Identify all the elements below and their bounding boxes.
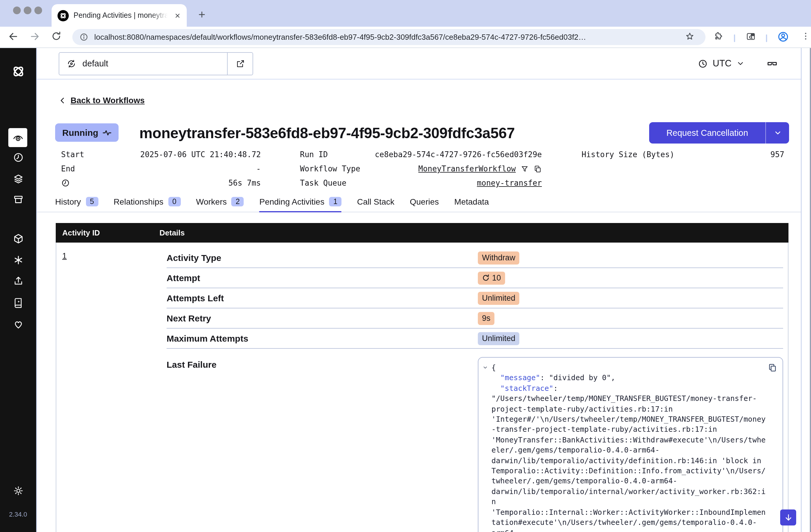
menu-dots-icon[interactable]	[801, 31, 810, 41]
namespace-sync-icon	[66, 58, 76, 69]
external-link-icon	[236, 59, 245, 68]
window-close-button[interactable]	[13, 6, 21, 14]
workflows-icon	[12, 132, 24, 143]
tab-search-icon[interactable]	[746, 31, 756, 42]
cancellation-menu-caret[interactable]	[766, 122, 789, 143]
tab[interactable]: Metadata	[455, 197, 489, 212]
browser-scrollbar-gutter[interactable]	[801, 48, 811, 532]
detail-row: Activity Type Withdraw	[167, 248, 783, 268]
new-tab-button[interactable]	[197, 10, 206, 19]
sidebar-item-schedules[interactable]	[13, 152, 24, 163]
value-badge: 10	[478, 271, 505, 284]
sidebar-item-docs[interactable]	[13, 297, 24, 308]
start-label: Start	[61, 150, 84, 159]
tab[interactable]: Relationships 0	[113, 197, 181, 212]
labs-mode-toggle[interactable]	[766, 57, 778, 70]
end-value: -	[256, 164, 261, 173]
tab-label: Relationships	[113, 197, 163, 207]
code-line: eler/.gem/gems/temporalio-0.4.0-arm64-	[491, 445, 776, 456]
detail-row: Attempt 10	[167, 268, 783, 288]
window-zoom-button[interactable]	[34, 6, 42, 14]
column-details: Details	[159, 228, 185, 237]
sun-icon	[13, 485, 24, 497]
collapse-caret-icon[interactable]	[482, 364, 489, 371]
filter-icon[interactable]	[521, 165, 529, 173]
detail-row: Maximum Attempts Unlimited	[167, 329, 783, 349]
tab-label: Call Stack	[357, 197, 394, 207]
namespaces-icon	[13, 233, 24, 244]
temporal-app: 2.34.0 default	[0, 48, 811, 532]
copy-icon[interactable]	[534, 165, 542, 173]
detail-row: Attempts Left Unlimited	[167, 288, 783, 308]
sidebar-item-namespaces[interactable]	[13, 233, 24, 244]
sidebar-item-import[interactable]	[13, 275, 24, 287]
activity-id-link[interactable]: 1	[62, 252, 67, 260]
tab[interactable]: Workers 2	[196, 197, 244, 212]
tab[interactable]: Pending Activities 1	[259, 197, 341, 212]
tab[interactable]: Call Stack	[357, 197, 394, 212]
task-queue-link[interactable]: money-transfer	[477, 179, 542, 187]
code-line: n	[491, 497, 776, 507]
workflow-detail: Back to Workflows Running moneytransfer-…	[37, 79, 801, 532]
tab[interactable]: History 5	[55, 197, 98, 212]
temporal-logo-icon[interactable]	[11, 64, 26, 79]
value-badge: Unlimited	[478, 291, 520, 305]
back-button[interactable]	[8, 31, 19, 42]
retry-icon	[482, 274, 490, 282]
scroll-to-bottom-button[interactable]	[780, 510, 796, 526]
detail-row: Next Retry 9s	[167, 308, 783, 329]
timezone-selector[interactable]: UTC	[698, 58, 745, 69]
tab-count-badge: 5	[86, 197, 98, 207]
run-id-value: ce8eba29-574c-4727-9726-fc56ed03f29e	[375, 150, 542, 159]
tab-close-icon[interactable]	[174, 12, 181, 19]
url-bar[interactable]: localhost:8080/namespaces/default/workfl…	[72, 29, 705, 45]
code-line: "message": "divided by 0",	[491, 373, 776, 383]
forward-button[interactable]	[29, 31, 40, 42]
sidebar-item-nexus[interactable]	[13, 255, 24, 266]
window-minimize-button[interactable]	[24, 6, 31, 14]
end-label: End	[61, 164, 75, 173]
profile-avatar[interactable]	[777, 31, 789, 43]
app-topbar: default UTC	[37, 48, 801, 79]
workflow-type-label: Workflow Type	[300, 164, 361, 173]
back-link-label: Back to Workflows	[71, 95, 145, 105]
tab[interactable]: Queries	[410, 197, 439, 212]
url-text: localhost:8080/namespaces/default/workfl…	[94, 33, 586, 42]
namespace-open-button[interactable]	[227, 52, 253, 74]
namespace-switcher[interactable]: default	[59, 52, 253, 75]
sidebar-item-feedback[interactable]	[13, 319, 24, 330]
sidebar-item-deployments[interactable]	[13, 173, 24, 184]
glasses-icon	[766, 57, 778, 70]
detail-label: Next Retry	[167, 313, 478, 323]
value-badge: Unlimited	[478, 332, 520, 345]
back-to-workflows-link[interactable]: Back to Workflows	[59, 95, 145, 105]
copy-code-icon[interactable]	[768, 363, 777, 373]
theme-toggle[interactable]	[13, 485, 24, 497]
site-info-icon[interactable]	[79, 33, 88, 42]
extensions-icon[interactable]	[713, 31, 723, 42]
request-cancellation-label[interactable]: Request Cancellation	[649, 122, 766, 143]
sidebar-item-batch-operations[interactable]	[13, 194, 24, 205]
badge-value: 9s	[482, 314, 491, 323]
reload-button[interactable]	[51, 31, 62, 42]
last-failure-json: { "message": "divided by 0", "stackTrace…	[491, 362, 776, 532]
history-size-value: 957	[770, 150, 784, 159]
batch-operations-icon	[13, 194, 24, 205]
sidebar-item-workflows[interactable]	[8, 128, 27, 147]
duration-clock-icon	[61, 179, 70, 187]
chevron-down-icon	[774, 129, 782, 137]
sidebar: 2.34.0	[0, 48, 36, 532]
temporal-favicon-icon	[58, 10, 69, 21]
last-failure-code-block[interactable]: { "message": "divided by 0", "stackTrace…	[478, 357, 783, 532]
code-line: darwin/lib/temporalio/activity/definitio…	[491, 455, 776, 466]
browser-tab[interactable]: Pending Activities | moneytran	[51, 4, 187, 27]
schedules-icon	[13, 152, 24, 163]
duration-value: 56s 7ms	[228, 179, 261, 187]
workflow-type-link[interactable]: MoneyTransferWorkflow	[418, 164, 516, 173]
request-cancellation-button[interactable]: Request Cancellation	[649, 122, 789, 143]
bookmark-star-icon[interactable]	[685, 31, 695, 42]
code-line: arm64-	[491, 528, 776, 532]
chevron-left-icon	[59, 96, 66, 104]
detail-label: Attempts Left	[167, 293, 478, 303]
value-badge: Withdraw	[478, 251, 520, 264]
